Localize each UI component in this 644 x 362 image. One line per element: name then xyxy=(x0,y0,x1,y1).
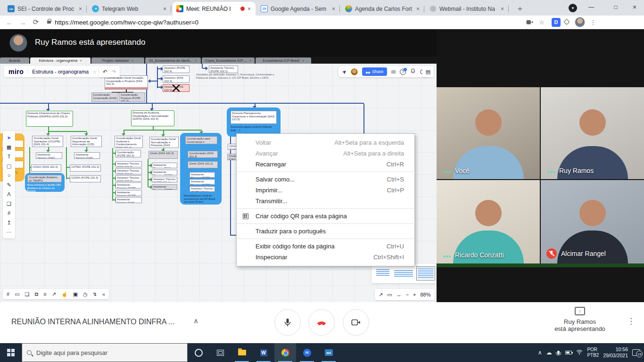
browser-tab[interactable]: seiSEI - Controle de Proc× xyxy=(4,2,87,16)
collapse-icon[interactable]: « xyxy=(102,291,105,297)
presenter-tab[interactable]: 01_Ecossistema de identi...× xyxy=(145,58,201,64)
org-node[interactable]: Assessor (DAS 102.4) xyxy=(163,75,190,83)
presentation-icon[interactable]: ▭ xyxy=(15,291,19,297)
settings-sliders-icon[interactable]: ☰ xyxy=(391,70,396,74)
context-menu-item[interactable]: Traduzir para o português xyxy=(237,226,414,237)
sticky-note-tool[interactable]: ▢ xyxy=(3,161,15,171)
context-menu-item[interactable]: RecarregarCtrl+R xyxy=(237,159,414,170)
zoom-in-icon[interactable]: + xyxy=(413,292,416,297)
miro-user-avatar[interactable] xyxy=(351,68,358,75)
camera-button[interactable] xyxy=(343,309,369,336)
frames-icon[interactable]: # xyxy=(7,291,9,297)
org-node[interactable]: Assessor Técnico (FCPE 101.4) xyxy=(152,177,177,182)
copies-icon[interactable]: ⧉ xyxy=(34,291,38,297)
window-close-button[interactable]: × xyxy=(625,0,644,14)
context-menu-item[interactable]: Exibir código fonte da páginaCtrl+U xyxy=(237,241,414,252)
org-node[interactable]: Coordenação-Geral Auditoria e Credenciam… xyxy=(115,136,143,148)
browser-tab[interactable]: 29Google Agenda - Sem× xyxy=(257,2,340,16)
tray-clock[interactable]: 10:5629/03/2021 xyxy=(603,346,628,359)
presenter-tab[interactable]: Cópia_Ecossistema ICP-...× xyxy=(202,58,255,64)
org-node[interactable]: COSIN (FCPE 101.3) xyxy=(70,175,101,182)
word-icon[interactable]: W xyxy=(253,343,274,362)
comment-tool[interactable]: ❏ xyxy=(3,199,15,208)
more-options-kebab-icon[interactable]: ⋮ xyxy=(627,316,635,326)
context-menu-item[interactable]: Criar código QR para esta página xyxy=(237,211,414,222)
notes-panel-button[interactable]: ▤ xyxy=(422,66,434,77)
voting-icon[interactable]: ☝ xyxy=(61,291,68,297)
org-node[interactable]: Assistente Técnico (FCPE 102.1) xyxy=(116,182,142,189)
presenter-tab-close-icon[interactable]: × xyxy=(195,58,197,63)
upload-tool[interactable]: ↥ xyxy=(3,218,15,227)
browser-tab[interactable]: ➤Telegram Web× xyxy=(88,2,171,16)
browser-tab[interactable]: Meet: REUNIÃO I× xyxy=(173,2,256,16)
org-node[interactable]: Coordenação-Geral Normalização e Pesquis… xyxy=(149,137,179,148)
extensions-puzzle-icon[interactable] xyxy=(561,16,573,28)
pages-icon[interactable]: ▭ xyxy=(387,292,392,298)
participant-video-tile[interactable]: Alcimar Rangel xyxy=(541,180,644,263)
org-node[interactable]: Coordenação-Geral Operações (CGOPE) (DAS… xyxy=(32,136,63,147)
org-node[interactable]: Diretoria Infraestrutura de Chaves Públi… xyxy=(26,111,73,127)
org-node[interactable]: Assessor (PCPE 102.4) xyxy=(163,66,190,73)
presenter-tab[interactable]: Ecossistema ICP-Brasil× xyxy=(256,58,311,64)
browser-tab[interactable]: Webmail - Instituto Na× xyxy=(426,2,509,16)
presenter-tab-close-icon[interactable]: × xyxy=(302,58,304,63)
org-node[interactable]: Assessor Técnico (DAS 102.3) xyxy=(116,175,142,181)
org-node[interactable]: Assistente Técnico (DAS 102.1) xyxy=(36,152,62,159)
tab-close-icon[interactable]: × xyxy=(78,6,83,12)
context-menu-item[interactable]: Imprimir...Ctrl+P xyxy=(237,185,414,196)
window-minimize-button[interactable]: — xyxy=(582,0,601,14)
back-button[interactable]: ← xyxy=(3,16,16,28)
battery-icon[interactable] xyxy=(565,351,572,354)
cortana-button[interactable] xyxy=(188,343,209,362)
mic-button[interactable] xyxy=(274,309,301,336)
org-node[interactable]: COACI (DAS 101.3) xyxy=(31,165,61,172)
org-node[interactable]: Chefe (DAS 101.2) xyxy=(188,161,218,168)
fit-icon[interactable]: ↔ xyxy=(396,292,402,297)
org-node[interactable]: Assessor (DAS 102.4) xyxy=(163,84,190,92)
undo-icon[interactable]: ↶ xyxy=(103,69,107,75)
share-button[interactable]: Share xyxy=(362,67,387,76)
start-button[interactable] xyxy=(0,343,22,362)
miro-minimap[interactable] xyxy=(372,263,436,283)
org-node[interactable]: Assistente Técnico (FCPE 102.1) xyxy=(116,190,142,196)
org-node[interactable]: COTEC (FCPE 101.3) xyxy=(70,165,101,172)
notification-center-icon[interactable]: 19 xyxy=(632,349,640,356)
chrome-icon[interactable] xyxy=(274,343,296,362)
tab-close-icon[interactable]: × xyxy=(331,6,336,12)
present-screen-icon[interactable]: ↑ xyxy=(575,307,585,315)
language-indicator[interactable]: PORPTB2 xyxy=(587,347,599,358)
org-node[interactable]: Assessor Técnico (FCPE 102.1) xyxy=(190,186,215,192)
forward-button[interactable]: → xyxy=(16,16,29,28)
org-node[interactable]: Diretoria Planejamento, Orçamento e Admi… xyxy=(231,111,277,124)
org-node[interactable]: Coordenação-Geral Segurança da Informaçã… xyxy=(71,136,102,147)
connector-tool[interactable]: Λ xyxy=(3,189,15,199)
org-node[interactable]: Diretoria de Auditoria, Fiscalização e N… xyxy=(131,110,174,126)
tab-close-icon[interactable]: × xyxy=(162,6,167,12)
meeting-details-chevron[interactable]: ∧ xyxy=(193,317,198,325)
participant-video-tile[interactable]: Ruy Ramos xyxy=(541,87,644,179)
file-explorer-icon[interactable] xyxy=(231,343,253,362)
export-icon[interactable]: ↗ xyxy=(52,291,56,297)
org-node[interactable]: Assistente Técnico (DAS 102.1) xyxy=(74,152,100,159)
more-tools[interactable]: ⋯ xyxy=(3,227,15,237)
presenter-tab[interactable]: Projeto Validador× xyxy=(91,58,144,64)
org-node[interactable]: Assistente Técnico (DAS 102.1) xyxy=(152,163,177,168)
reload-button[interactable]: ⟳ xyxy=(29,16,42,28)
presenter-tab-close-icon[interactable]: × xyxy=(80,58,82,63)
participant-video-tile[interactable]: Ricardo Conzatti xyxy=(437,180,540,263)
video-chat-icon[interactable]: ▣ xyxy=(73,291,78,297)
text-tool[interactable]: T xyxy=(3,152,15,161)
minimap-viewport[interactable] xyxy=(416,266,435,280)
frame-tool[interactable]: # xyxy=(3,208,15,218)
media-camera-icon[interactable] xyxy=(523,16,536,28)
redo-icon[interactable]: ↷ xyxy=(112,69,116,74)
timer-icon[interactable]: ◷ xyxy=(83,291,88,297)
context-menu-item[interactable]: InspecionarCtrl+Shift+I xyxy=(237,252,414,263)
browser-tab[interactable]: Agenda de Carlos Fort× xyxy=(341,2,424,16)
pen-tool[interactable]: ✎ xyxy=(3,180,15,189)
help-icon[interactable]: ? xyxy=(400,69,406,75)
mail-client-icon[interactable]: ✉ xyxy=(296,343,318,362)
bookmark-star-icon[interactable]: ☆ xyxy=(536,16,548,28)
context-menu-item[interactable]: Transmitir... xyxy=(237,196,414,206)
org-node[interactable]: Assistente Técnico (FCPE 102.1) xyxy=(190,172,215,178)
